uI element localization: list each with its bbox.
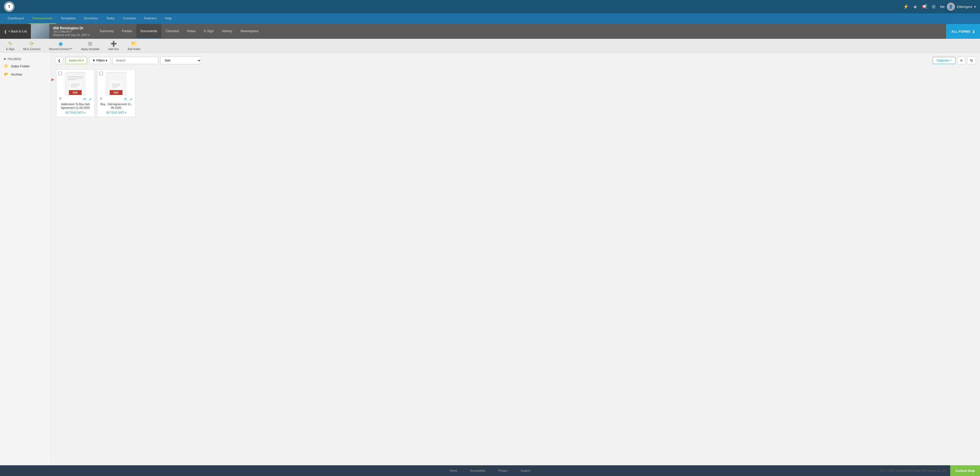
mls-label: MLS-Connect [23,48,40,51]
esign-toolbar-button[interactable]: ✎ E-Sign [4,40,17,51]
tab-notes[interactable]: Notes [183,24,200,39]
guided-help-button[interactable]: Guided Help [950,465,980,476]
nav-transactions[interactable]: Transactions [29,13,56,24]
doc-checkbox-2[interactable] [99,72,103,75]
refresh-button[interactable]: ↻ [967,57,976,64]
tab-esign[interactable]: E-Sign [200,24,218,39]
sidebar-item-archive[interactable]: 📂 Archive [0,70,51,78]
sidebar-item-sales-folder[interactable]: 📁 Sales Folder [0,62,51,70]
avatar[interactable]: 👤 [947,3,955,11]
doc-share-icon-1[interactable]: ↗ [89,97,92,101]
folders-header: ▶ FOLDERS [0,56,51,62]
apply-template-button[interactable]: ⊞ Apply template [79,40,102,51]
tab-history[interactable]: History [218,24,236,39]
main-nav: Dashboard Transactions Templates DocInbo… [0,13,980,24]
footer-accessibility[interactable]: Accessibility [470,469,485,472]
organize-button[interactable]: Organize + [933,57,956,64]
archive-icon: 📂 [4,72,9,76]
all-forms-button[interactable]: ALL FORMS ❯ [946,24,980,39]
nav-templates[interactable]: Templates [57,13,80,24]
add-doc-button[interactable]: ➕ Add Doc [106,40,121,51]
doc-name-1: Addendum To Buy-Sell Agreement 11-06-202… [59,102,92,110]
archive-label: Archive [11,73,22,76]
user-label: Me [940,5,945,9]
sales-folder-icon: 📁 [4,64,9,68]
red-arrow-indicator: ➤ [51,77,54,83]
doc-open-icon-1[interactable]: ⇱ [83,97,86,101]
top-bar-right: ⚡ ◈ 📢 ⊞ Me 👤 EliteAgent ▾ [903,3,976,11]
doc-open-icon-2[interactable]: ⇱ [124,97,127,101]
documents-grid: ➤ [55,68,976,118]
due-date-button-2[interactable]: SET DUE DATE ▾ [106,111,126,114]
toolbar: ✎ E-Sign ⟳ MLS-Connect ◉ Record-Connect™… [0,39,980,53]
property-address: 456 Remington Dr [53,26,90,30]
pdf-thumbnail-2: PDF [106,72,126,95]
svg-text:PDF: PDF [73,91,78,94]
tab-parties[interactable]: Parties [118,24,136,39]
footer-support[interactable]: Support [520,469,531,472]
organize-label: Organize + [937,59,952,62]
add-doc-icon: ➕ [110,41,117,47]
sort-select[interactable]: Sort [161,57,201,64]
nav-contacts[interactable]: Contacts [119,13,139,24]
svg-text:T: T [8,5,11,9]
nav-docinbox[interactable]: DocInbox [80,13,102,24]
grid-icon[interactable]: ⊞ [932,4,935,10]
doc-name-2: Buy - Sell Agreement 11-06-2020 [100,102,132,110]
tab-summary[interactable]: Summary [95,24,118,39]
select-all-button[interactable]: Select All ▾ [65,57,87,64]
document-card-1[interactable]: PDF ⇱ ↗ Addendum To Buy-Sell Agreement 1… [56,69,94,117]
back-arrow-icon: ❮ [4,30,7,33]
record-label: Record-Connect™ [49,48,72,51]
tid-dropdown-icon[interactable]: ▾ [70,30,72,33]
footer-copyright: TM & © 2020, Lone Wolf Real Estate Techn… [879,470,947,472]
record-connect-button[interactable]: ◉ Record-Connect™ [47,40,74,51]
mls-connect-button[interactable]: ⟳ MLS-Connect [21,40,42,51]
nav-partners[interactable]: Partners [141,13,160,24]
refresh-icon: ↻ [970,59,973,62]
nav-dashboard[interactable]: Dashboard [4,13,27,24]
add-doc-label: Add Doc [108,48,119,51]
sidebar: ▶ FOLDERS 📁 Sales Folder 📂 Archive [0,53,51,465]
doc-share-icon-2[interactable]: ↗ [129,97,132,101]
mls-icon: ⟳ [30,41,34,47]
tab-documents[interactable]: Documents [136,24,161,39]
due-date-button-1[interactable]: SET DUE DATE ▾ [65,111,86,114]
doc-checkbox-1[interactable] [59,72,62,75]
view-toggle-icon: ≡ [960,59,963,62]
user-menu[interactable]: Me 👤 EliteAgent ▾ [940,3,976,11]
app-logo[interactable]: T [4,2,14,12]
back-to-list-button[interactable]: ❮ < Back to List [0,24,31,39]
footer-privacy[interactable]: Privacy [498,469,508,472]
add-folder-button[interactable]: 📁 Add folder [126,40,142,51]
nav-tasks[interactable]: Tasks [103,13,118,24]
lightning-icon[interactable]: ⚡ [903,4,909,10]
search-input[interactable] [113,57,159,64]
diamond-icon[interactable]: ◈ [913,4,917,10]
footer-terms[interactable]: Terms [449,469,457,472]
doc-card-wrapper-2: PDF ⇱ ↗ Buy - Sell Agreement 11-06-2020 … [97,69,135,117]
template-label: Apply template [81,48,100,51]
view-toggle-button[interactable]: ≡ [958,57,965,64]
property-info: 456 Remington Dr TID 1798249 ▾ Retained … [49,26,94,37]
retained-dropdown-icon[interactable]: ▾ [88,33,90,37]
all-forms-arrow-icon: ❯ [972,30,975,33]
pdf-thumbnail-1: PDF [65,72,86,95]
property-tid: TID 1798249 ▾ [53,30,90,33]
megaphone-icon[interactable]: 📢 [921,4,927,10]
doc-actions-1: ⇱ ↗ [83,97,92,101]
tab-marketplace[interactable]: Marketplace [236,24,262,39]
filter-icon: ▼ [92,59,95,62]
nav-help[interactable]: Help [161,13,175,24]
svg-text:PDF: PDF [114,91,119,94]
add-folder-icon: 📁 [131,41,137,47]
esign-label: E-Sign [6,48,14,51]
collapse-button[interactable]: ❮ [55,57,63,64]
collapse-icon: ❮ [58,59,60,62]
filters-button[interactable]: ▼ Filters ▾ [89,57,110,64]
tab-checklist[interactable]: Checklist [161,24,183,39]
document-card-2[interactable]: PDF ⇱ ↗ Buy - Sell Agreement 11-06-2020 … [97,69,135,117]
transaction-bar: ❮ < Back to List 456 Remington Dr TID 17… [0,24,980,39]
esign-icon: ✎ [8,41,13,47]
back-to-list-label: < Back to List [8,30,27,33]
